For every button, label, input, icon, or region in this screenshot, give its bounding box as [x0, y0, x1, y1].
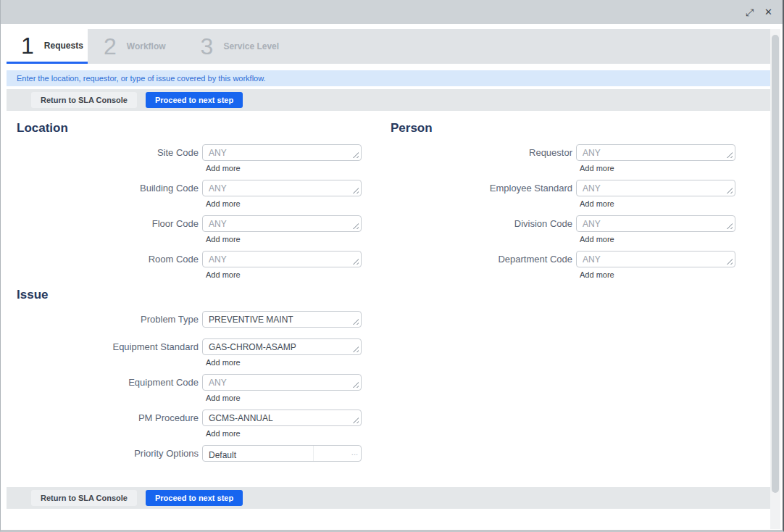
field-floor-code: Floor Code ANY	[7, 215, 386, 232]
step-label: Requests	[44, 41, 83, 51]
department-code-input[interactable]: ANY	[576, 251, 735, 267]
field-label: Division Code	[386, 215, 576, 229]
return-to-sla-console-button[interactable]: Return to SLA Console	[31, 92, 137, 108]
field-employee-standard: Employee Standard ANY	[386, 180, 772, 196]
left-column: Location Site Code ANY Add more Building…	[7, 112, 386, 462]
field-label: Employee Standard	[386, 180, 576, 194]
step-number: 3	[201, 35, 214, 58]
top-action-bar: Return to SLA Console Proceed to next st…	[7, 89, 772, 111]
step-tabs: 1 Requests 2 Workflow 3 Service Level	[7, 29, 772, 64]
resize-grip-icon[interactable]	[726, 223, 733, 229]
resize-grip-icon[interactable]	[352, 187, 359, 194]
right-column: Person Requestor ANY Add more Employee S…	[386, 112, 772, 462]
field-label: Equipment Standard	[7, 338, 202, 352]
resize-grip-icon[interactable]	[352, 417, 359, 423]
site-code-input[interactable]: ANY	[202, 144, 362, 161]
field-pm-procedure: PM Procedure GCMS-ANNUAL	[7, 410, 386, 426]
resize-grip-icon[interactable]	[352, 381, 359, 388]
step-number: 2	[104, 35, 117, 58]
proceed-to-next-step-button[interactable]: Proceed to next step	[146, 490, 243, 506]
resize-grip-icon[interactable]	[726, 187, 733, 194]
add-more-link[interactable]: Add more	[206, 429, 386, 438]
equipment-standard-input[interactable]: GAS-CHROM-ASAMP	[202, 338, 362, 355]
resize-grip-icon[interactable]	[352, 258, 359, 265]
close-icon[interactable]: ✕	[764, 7, 772, 17]
resize-grip-icon[interactable]	[352, 318, 359, 325]
requestor-input[interactable]: ANY	[576, 144, 735, 161]
requests-form: Location Site Code ANY Add more Building…	[7, 111, 772, 487]
division-code-input[interactable]: ANY	[576, 215, 735, 232]
building-code-input[interactable]: ANY	[202, 180, 362, 196]
field-equipment-standard: Equipment Standard GAS-CHROM-ASAMP	[7, 338, 386, 355]
field-label: Building Code	[7, 180, 202, 194]
pm-procedure-input[interactable]: GCMS-ANNUAL	[202, 410, 362, 426]
add-more-link[interactable]: Add more	[580, 199, 772, 208]
add-more-link[interactable]: Add more	[206, 164, 386, 173]
info-banner: Enter the location, requestor, or type o…	[7, 70, 772, 86]
field-label: Equipment Code	[7, 374, 202, 388]
field-label: Priority Options	[7, 445, 202, 459]
priority-options-picker[interactable]: Default ...	[202, 445, 362, 462]
bottom-action-bar: Return to SLA Console Proceed to next st…	[7, 487, 772, 509]
proceed-to-next-step-button[interactable]: Proceed to next step	[146, 92, 243, 108]
field-label: Room Code	[7, 251, 202, 265]
field-department-code: Department Code ANY	[386, 251, 772, 267]
add-more-link[interactable]: Add more	[206, 394, 386, 402]
tab-service-level[interactable]: 3 Service Level	[185, 29, 301, 64]
add-more-link[interactable]: Add more	[580, 235, 772, 244]
floor-code-input[interactable]: ANY	[202, 215, 362, 232]
field-label: Problem Type	[7, 311, 202, 325]
expand-icon[interactable]: ⤢	[746, 7, 754, 17]
field-equipment-code: Equipment Code ANY	[7, 374, 386, 391]
field-building-code: Building Code ANY	[7, 180, 386, 196]
equipment-code-input[interactable]: ANY	[202, 374, 362, 391]
employee-standard-input[interactable]: ANY	[576, 180, 735, 196]
dialog-titlebar: ⤢ ✕	[1, 0, 783, 24]
issue-section-title: Issue	[17, 288, 386, 302]
location-section-title: Location	[17, 121, 386, 136]
resize-grip-icon[interactable]	[726, 151, 733, 158]
add-more-link[interactable]: Add more	[206, 235, 386, 244]
field-label: Floor Code	[7, 215, 202, 229]
resize-grip-icon[interactable]	[352, 151, 359, 158]
field-label: Requestor	[386, 144, 576, 158]
step-number: 1	[21, 34, 34, 57]
room-code-input[interactable]: ANY	[202, 251, 362, 267]
return-to-sla-console-button[interactable]: Return to SLA Console	[31, 490, 137, 506]
field-label: Site Code	[7, 144, 202, 158]
person-section-title: Person	[391, 121, 772, 136]
problem-type-input[interactable]: PREVENTIVE MAINT	[202, 311, 362, 328]
resize-grip-icon[interactable]	[352, 223, 359, 229]
resize-grip-icon[interactable]	[726, 258, 733, 265]
tab-requests[interactable]: 1 Requests	[7, 29, 88, 64]
add-more-link[interactable]: Add more	[206, 199, 386, 208]
scrollbar-thumb[interactable]	[772, 35, 779, 493]
add-more-link[interactable]: Add more	[206, 358, 386, 367]
add-more-link[interactable]: Add more	[580, 270, 772, 279]
resize-grip-icon[interactable]	[352, 346, 359, 352]
field-problem-type: Problem Type PREVENTIVE MAINT	[7, 311, 386, 328]
vertical-scrollbar[interactable]	[770, 29, 780, 529]
add-more-link[interactable]: Add more	[206, 270, 386, 279]
tab-workflow[interactable]: 2 Workflow	[88, 29, 185, 64]
field-site-code: Site Code ANY	[7, 144, 386, 161]
field-priority-options: Priority Options Default ...	[7, 445, 386, 462]
field-label: Department Code	[386, 251, 576, 265]
add-more-link[interactable]: Add more	[580, 164, 772, 173]
step-label: Service Level	[223, 41, 279, 51]
field-label: PM Procedure	[7, 410, 202, 423]
field-requestor: Requestor ANY	[386, 144, 772, 161]
step-label: Workflow	[127, 41, 166, 51]
field-division-code: Division Code ANY	[386, 215, 772, 232]
field-room-code: Room Code ANY	[7, 251, 386, 267]
ellipsis-picker-icon[interactable]: ...	[313, 446, 361, 461]
workflow-dialog: ⤢ ✕ 1 Requests 2 Workflow 3 Service Leve…	[0, 0, 784, 532]
dialog-body: 1 Requests 2 Workflow 3 Service Level En…	[7, 24, 772, 529]
